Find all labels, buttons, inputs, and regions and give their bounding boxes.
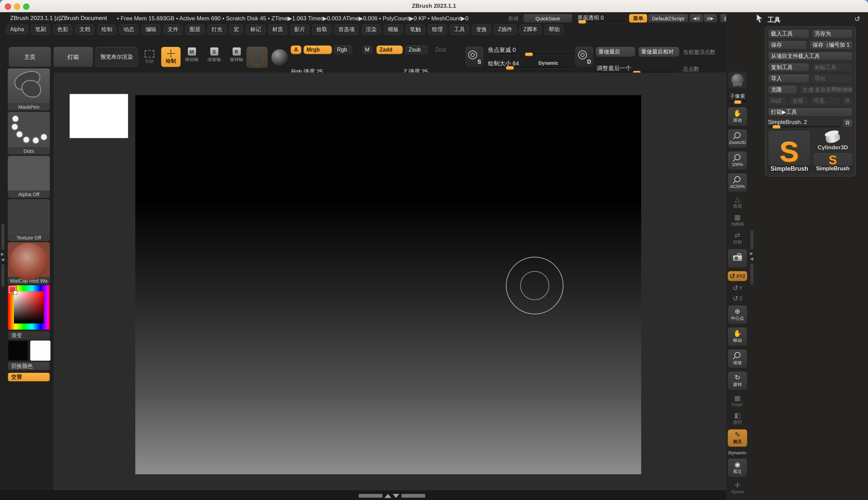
subpixel-button[interactable]: 子像素 (727, 92, 747, 104)
move-axis-button[interactable]: M 移动轴 (185, 47, 198, 62)
saturation-square[interactable] (14, 291, 44, 323)
mrgb-mode-button[interactable]: Mrgb (303, 45, 332, 54)
symmetry-button[interactable]: ⇄对称 (727, 231, 747, 246)
right-divider-close-icon[interactable]: ◀ (750, 257, 753, 261)
zcut-mode-button[interactable]: Zcut (431, 45, 449, 54)
move-canvas-button[interactable]: ✋移动 (727, 327, 747, 346)
current-brush-tile[interactable]: MaskPen (8, 68, 50, 111)
menubar-item-14[interactable]: 拾取 (312, 24, 331, 35)
polyframe-button[interactable]: ▦PolyF (727, 393, 747, 408)
scroll-track-right[interactable] (401, 494, 425, 498)
menubar-item-0[interactable]: Alpha (6, 25, 28, 34)
sculpt-canvas[interactable] (135, 95, 641, 474)
menubar-item-7[interactable]: 文件 (164, 24, 182, 35)
right-divider-track[interactable] (750, 230, 753, 249)
depth-selector-button[interactable]: D (575, 46, 594, 67)
current-material-tile[interactable]: MatCap Red Wa (8, 242, 50, 284)
scale-canvas-button[interactable]: 缩放 (727, 349, 747, 368)
menubar-item-5[interactable]: 动态 (119, 24, 138, 35)
m-mode-button[interactable]: M (362, 45, 372, 54)
quicksave-button[interactable]: QuickSave (523, 14, 572, 23)
bpr-render-button[interactable]: BPR (727, 71, 747, 89)
menu-toggle-button[interactable]: 菜单 (629, 14, 647, 23)
draw-size-slider[interactable]: 绘制大小 64 (487, 60, 573, 69)
rotate-canvas-button[interactable]: ↻旋转 (727, 371, 747, 390)
lightbox-tool-button[interactable]: 灯箱▶工具 (768, 108, 853, 116)
menubar-item-24[interactable]: 帮助 (545, 24, 564, 35)
goz-button[interactable]: GoZ (768, 96, 787, 105)
zscript-back-button[interactable]: ◀|||| (689, 14, 703, 23)
make-polymesh3d-button[interactable]: 生成 多边形网格物体 (800, 86, 853, 94)
floor-grid-button[interactable]: ▦地网格 (727, 213, 747, 228)
rgb-mode-button[interactable]: Rgb (334, 45, 352, 54)
draw-mode-button[interactable]: 绘制 (161, 47, 181, 67)
zscript-forward-button[interactable]: ||||▶ (703, 14, 717, 23)
menubar-item-2[interactable]: 色彩 (53, 24, 72, 35)
menubar-item-22[interactable]: Z插件 (494, 24, 516, 35)
left-divider-track[interactable] (1, 224, 4, 250)
load-from-project-button[interactable]: 从项目文件载入工具 (768, 52, 853, 61)
ghost-button[interactable]: ✎幽灵 (727, 429, 747, 447)
stroke-selector-button[interactable]: S (465, 46, 484, 67)
current-stroke-tile[interactable]: Dots (8, 112, 50, 155)
left-divider-close-icon[interactable]: ◀ (1, 258, 4, 262)
clone-button[interactable]: 克隆 (768, 86, 797, 94)
right-divider-open-icon[interactable]: ▶ (750, 251, 753, 255)
menubar-item-16[interactable]: 渲染 (362, 24, 381, 35)
menubar-item-6[interactable]: 编辑 (141, 24, 160, 35)
default-zscript-button[interactable]: DefaultZScript (648, 14, 688, 23)
ui-opacity-slider[interactable] (577, 21, 625, 23)
preview-boolean-render-button[interactable]: 预览布尔渲染 (95, 47, 138, 67)
perspective-button[interactable]: △透视 (727, 195, 747, 210)
menubar-item-17[interactable]: 模板 (384, 24, 403, 35)
menubar-item-3[interactable]: 文档 (75, 24, 94, 35)
scroll-down-icon[interactable] (393, 494, 399, 498)
rotate-xyz-button[interactable]: ↺XYZ (727, 271, 747, 281)
menubar-item-19[interactable]: 纹理 (428, 24, 447, 35)
menubar-item-18[interactable]: 笔触 (406, 24, 425, 35)
goz-visible-button[interactable]: 可见 (811, 96, 840, 105)
save-as-button[interactable]: 另存为 (812, 30, 853, 38)
redo-last-relative-button[interactable]: 重做最后相对 (638, 47, 679, 57)
menubar-item-1[interactable]: 笔刷 (31, 24, 50, 35)
texture-slot-button[interactable] (246, 47, 268, 68)
save-button[interactable]: 保存 (768, 41, 807, 49)
antialiase-50-button[interactable]: AC50% (727, 173, 747, 192)
material-sphere-button[interactable] (271, 49, 289, 66)
rotate-y-button[interactable]: ↺Y (727, 284, 747, 292)
menubar-item-12[interactable]: 材质 (268, 24, 287, 35)
simplebrush-tool-item[interactable]: S SimpleBrush (813, 152, 853, 173)
goz-r-button[interactable]: R (843, 96, 853, 105)
menubar-item-23[interactable]: Z脚本 (520, 24, 542, 35)
left-divider-open-icon[interactable]: ▶ (1, 252, 4, 256)
palette-reset-icon[interactable]: ↺ (855, 15, 860, 23)
focal-shift-slider[interactable]: 焦点衰减 0 (487, 46, 573, 56)
export-button[interactable]: 导出 (812, 74, 853, 83)
anchor-mode-button[interactable]: A (291, 45, 301, 54)
scroll-track-left[interactable] (359, 494, 382, 498)
cylinder3d-tool-item[interactable]: Cylinder3D (813, 130, 853, 151)
current-alpha-tile[interactable]: Alpha Off (8, 156, 50, 198)
scroll-up-icon[interactable] (385, 494, 391, 498)
menubar-item-11[interactable]: 标记 (246, 24, 265, 35)
menubar-item-15[interactable]: 首选项 (334, 24, 359, 35)
menubar-item-10[interactable]: 宏 (230, 24, 243, 35)
import-button[interactable]: 导入 (768, 74, 809, 83)
color-picker[interactable] (8, 285, 50, 330)
solo-button[interactable]: ◉孤立 (727, 458, 747, 477)
load-tool-button[interactable]: 载入工具 (768, 30, 809, 38)
secondary-color-swatch[interactable] (30, 340, 51, 361)
transparent-button[interactable]: ◧透明 (727, 411, 747, 426)
scroll-canvas-button[interactable]: ✋滚动 (727, 107, 747, 126)
scale-axis-button[interactable]: S 缩放轴 (208, 47, 221, 62)
switch-color-button[interactable]: 切换颜色 (8, 362, 50, 371)
actual-size-button[interactable]: 100% (727, 151, 747, 170)
redo-last-button[interactable]: 重做最后 (596, 47, 635, 57)
rotate-axis-button[interactable]: R 旋转轴 (230, 47, 243, 62)
menubar-item-4[interactable]: 绘制 (97, 24, 116, 35)
right-divider-track2[interactable] (750, 263, 753, 285)
current-texture-tile[interactable]: Texture Off (8, 199, 50, 241)
menubar-item-20[interactable]: 工具 (450, 24, 469, 35)
paste-tool-button[interactable]: 粘贴工具 (812, 63, 853, 72)
main-color-swatch[interactable] (8, 340, 28, 361)
